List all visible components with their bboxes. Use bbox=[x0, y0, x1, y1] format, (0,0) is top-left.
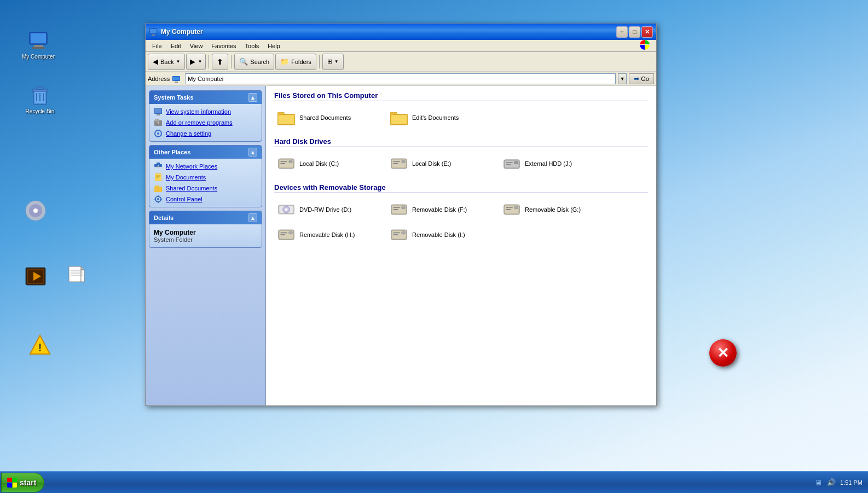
menu-help[interactable]: Help bbox=[263, 42, 285, 50]
svg-rect-2 bbox=[34, 45, 43, 47]
my-network-places-link[interactable]: My Network Places bbox=[154, 162, 257, 171]
view-system-info-link[interactable]: View system information bbox=[154, 107, 257, 116]
views-icon: ⊞ bbox=[327, 58, 332, 65]
svg-rect-1 bbox=[31, 33, 46, 43]
desktop-close-button[interactable]: ✕ bbox=[709, 339, 737, 367]
content-area: System Tasks ▲ View system information bbox=[146, 86, 656, 405]
recyclebin-label: Recycle Bin bbox=[26, 108, 55, 114]
removable-i-label: Removable Disk (I:) bbox=[412, 231, 465, 238]
dvd-rw-d-item[interactable]: DVD-RW Drive (D:) bbox=[274, 199, 384, 221]
control-panel-link[interactable]: Control Panel bbox=[154, 195, 257, 204]
local-disk-c-label: Local Disk (C:) bbox=[299, 160, 339, 167]
menu-tools[interactable]: Tools bbox=[241, 42, 264, 50]
local-disk-c-icon bbox=[277, 155, 295, 172]
views-button[interactable]: ⊞ ▼ bbox=[322, 54, 344, 70]
up-button[interactable]: ⬆ bbox=[212, 54, 228, 70]
shared-documents-item[interactable]: Shared Documents bbox=[274, 107, 384, 129]
svg-rect-28 bbox=[150, 29, 157, 33]
document-icon bbox=[66, 265, 88, 287]
cd-icon bbox=[25, 200, 47, 222]
edits-documents-folder-icon bbox=[390, 109, 408, 126]
svg-rect-69 bbox=[280, 163, 285, 164]
dvd-rw-d-label: DVD-RW Drive (D:) bbox=[299, 206, 351, 213]
desktop-icon-recyclebin[interactable]: Recycle Bin bbox=[21, 85, 59, 114]
details-header[interactable]: Details ▲ bbox=[149, 211, 262, 224]
close-button[interactable]: ✕ bbox=[641, 26, 653, 38]
details-section: Details ▲ My Computer System Folder bbox=[149, 211, 262, 248]
system-tasks-header[interactable]: System Tasks ▲ bbox=[149, 91, 262, 104]
other-places-header[interactable]: Other Places ▲ bbox=[149, 146, 262, 159]
local-disk-e-icon bbox=[390, 155, 408, 172]
desktop-icon-warning[interactable]: ! bbox=[21, 334, 59, 356]
my-network-places-label: My Network Places bbox=[166, 163, 217, 170]
toolbar: ◀ Back ▼ ▶ ▼ ⬆ 🔍 Search 📁 Folders ⊞ ▼ bbox=[146, 52, 656, 72]
removable-h-item[interactable]: Removable Disk (H:) bbox=[274, 224, 384, 246]
removable-h-label: Removable Disk (H:) bbox=[299, 231, 355, 238]
svg-rect-94 bbox=[506, 209, 511, 210]
back-button[interactable]: ◀ Back ▼ bbox=[148, 54, 185, 70]
forward-arrow-icon: ▶ bbox=[190, 57, 195, 66]
taskbar-volume-icon: 🔊 bbox=[827, 478, 836, 486]
search-button[interactable]: 🔍 Search bbox=[234, 54, 274, 70]
edits-documents-item[interactable]: Edit's Documents bbox=[387, 107, 496, 129]
svg-point-67 bbox=[288, 160, 292, 163]
svg-point-102 bbox=[401, 231, 405, 234]
maximize-button[interactable]: □ bbox=[629, 26, 640, 38]
system-tasks-title: System Tasks bbox=[154, 94, 194, 101]
svg-rect-21 bbox=[81, 270, 84, 282]
removable-g-item[interactable]: Removable Disk (G:) bbox=[500, 199, 609, 221]
menu-favorites[interactable]: Favorites bbox=[207, 42, 240, 50]
svg-rect-34 bbox=[155, 108, 161, 113]
start-label: start bbox=[20, 478, 36, 487]
go-button[interactable]: ➡ Go bbox=[629, 73, 654, 84]
control-panel-label: Control Panel bbox=[166, 196, 202, 202]
shared-documents-folder-icon bbox=[277, 109, 295, 126]
taskbar-right: 🖥 🔊 1:51 PM bbox=[815, 478, 868, 487]
system-tasks-section: System Tasks ▲ View system information bbox=[149, 90, 262, 142]
folders-label: Folders bbox=[291, 59, 311, 65]
address-field[interactable]: My Computer bbox=[185, 73, 616, 84]
change-setting-label: Change a setting bbox=[166, 130, 211, 137]
forward-button[interactable]: ▶ ▼ bbox=[186, 54, 206, 70]
back-label: Back bbox=[160, 59, 173, 65]
svg-rect-98 bbox=[280, 233, 287, 234]
details-collapse[interactable]: ▲ bbox=[248, 213, 257, 222]
removable-f-icon bbox=[390, 201, 408, 218]
address-dropdown[interactable]: ▼ bbox=[618, 73, 627, 84]
change-setting-link[interactable]: Change a setting bbox=[154, 129, 257, 138]
mycomputer-label: My Computer bbox=[22, 54, 55, 60]
menu-file[interactable]: File bbox=[148, 42, 166, 50]
minimize-button[interactable]: − bbox=[616, 26, 628, 38]
shared-documents-link[interactable]: Shared Documents bbox=[154, 184, 257, 193]
desktop-icon-cd[interactable] bbox=[16, 200, 55, 222]
system-tasks-collapse[interactable]: ▲ bbox=[248, 93, 257, 102]
svg-point-40 bbox=[157, 132, 159, 135]
desktop-icon-video[interactable] bbox=[16, 265, 55, 287]
files-section-header: Files Stored on This Computer bbox=[274, 91, 648, 101]
shared-documents-folder-label: Shared Documents bbox=[299, 114, 351, 121]
desktop-icon-document[interactable] bbox=[57, 265, 96, 287]
svg-marker-20 bbox=[81, 266, 84, 270]
desktop-icon-mycomputer[interactable]: My Computer bbox=[19, 30, 57, 60]
my-documents-icon bbox=[154, 173, 163, 182]
external-hdd-j-label: External HDD (J:) bbox=[525, 160, 572, 167]
other-places-collapse[interactable]: ▲ bbox=[248, 148, 257, 156]
removable-i-item[interactable]: Removable Disk (I:) bbox=[387, 224, 496, 246]
folders-button[interactable]: 📁 Folders bbox=[275, 54, 316, 70]
add-remove-programs-link[interactable]: + Add or remove programs bbox=[154, 118, 257, 127]
menu-edit[interactable]: Edit bbox=[166, 42, 186, 50]
svg-point-14 bbox=[33, 208, 38, 213]
menu-view[interactable]: View bbox=[186, 42, 207, 50]
taskbar-clock: 1:51 PM bbox=[840, 479, 863, 486]
local-disk-e-item[interactable]: Local Disk (E:) bbox=[387, 153, 496, 175]
my-documents-link[interactable]: My Documents bbox=[154, 173, 257, 182]
external-hdd-j-item[interactable]: External HDD (J:) bbox=[500, 153, 609, 175]
local-disk-c-item[interactable]: Local Disk (C:) bbox=[274, 153, 384, 175]
dvd-rw-d-icon bbox=[277, 201, 295, 218]
edits-documents-folder-label: Edit's Documents bbox=[412, 114, 459, 121]
removable-f-item[interactable]: Removable Disk (F:) bbox=[387, 199, 496, 221]
search-label: Search bbox=[250, 59, 269, 65]
svg-rect-93 bbox=[506, 207, 512, 208]
start-button[interactable]: start bbox=[1, 473, 44, 492]
svg-point-87 bbox=[401, 206, 405, 209]
